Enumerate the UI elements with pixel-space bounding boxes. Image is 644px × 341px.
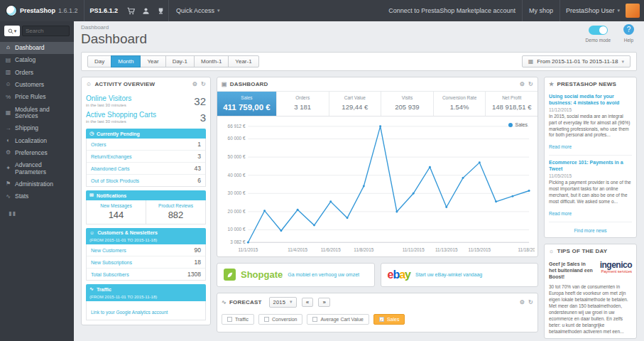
list-item[interactable]: Return/Exchanges 3	[87, 151, 205, 163]
filter-year-1-button[interactable]: Year-1	[228, 55, 258, 67]
kpi-value: 1.54%	[435, 103, 484, 111]
currently-pending-header[interactable]: ◷ Currently Pending	[86, 129, 206, 139]
kpi-net-profit[interactable]: Net Profit 148 918,51 €	[486, 92, 537, 116]
shop-name-link[interactable]: PS1.6.1.2	[84, 7, 124, 14]
news-item-title[interactable]: Using social media for your business: 4 …	[549, 93, 632, 106]
sidebar-item-modules[interactable]: ▦ Modules and Services	[0, 104, 74, 123]
ebay-promo[interactable]: ebay Start uw eBay-winkel vandaag	[381, 263, 539, 287]
help-label: Help	[623, 38, 634, 43]
user-menu[interactable]: PrestaShop User ▾	[560, 7, 626, 14]
badges-trophy-icon[interactable]	[153, 7, 168, 15]
forecast-chip-conversion[interactable]: Conversion	[258, 314, 302, 325]
filter-day-1-button[interactable]: Day-1	[165, 55, 195, 67]
kpi-visits[interactable]: Visits 205 939	[381, 92, 434, 116]
forecast-chip-average-cart-value[interactable]: Average Cart Value	[307, 314, 369, 325]
help-icon[interactable]: ?	[623, 24, 634, 35]
kpi-orders[interactable]: Orders 3 181	[277, 92, 329, 116]
shopgate-promo[interactable]: Shopgate Ga mobiel en verhoog uw omzet	[217, 263, 375, 287]
online-visitors-value: 32	[194, 95, 206, 107]
demo-mode-control: Demo mode	[586, 24, 611, 43]
kpi-value: 129,44 €	[331, 103, 380, 111]
sidebar-search: ▾	[4, 26, 70, 36]
customers-newsletters-header[interactable]: ☺ Customers & Newsletters (FROM 2015-11-…	[86, 228, 206, 244]
search-input[interactable]	[22, 26, 70, 36]
collapse-sidebar-button[interactable]: ▮▮	[0, 203, 74, 224]
demo-mode-toggle[interactable]	[589, 26, 608, 35]
sidebar-item-price-rules[interactable]: % Price Rules	[0, 91, 74, 103]
filter-month-button[interactable]: Month	[111, 55, 141, 67]
sidebar-item-localization[interactable]: ◐ Localization	[0, 135, 74, 147]
google-analytics-link[interactable]: Link to your Google Analytics account	[91, 310, 168, 315]
svg-text:11/15/2015: 11/15/2015	[469, 247, 491, 252]
sidebar-item-label: Orders	[15, 70, 33, 76]
news-item-title[interactable]: Ecommerce 101: Payments in a Tweet	[549, 159, 632, 172]
list-item[interactable]: Total Subscribers 1308	[87, 269, 205, 280]
user-avatar[interactable]	[626, 4, 640, 18]
kpi-cart-value[interactable]: Cart Value 129,44 €	[329, 92, 382, 116]
list-item[interactable]: New Customers 90	[87, 244, 205, 256]
sidebar-item-shipping[interactable]: → Shipping	[0, 122, 74, 134]
kpi-sales[interactable]: Sales 411 759,00 €	[217, 92, 277, 116]
refresh-icon[interactable]: ↻	[528, 299, 533, 305]
gear-icon[interactable]: ⚙	[520, 299, 525, 305]
read-more-link[interactable]: Read more	[549, 211, 572, 216]
sidebar-item-advanced-parameters[interactable]: ✦ Advanced Parameters	[0, 159, 74, 178]
sidebar-item-stats[interactable]: ∿ Stats	[0, 190, 74, 202]
news-item: Using social media for your business: 4 …	[549, 93, 632, 156]
chip-label: Average Cart Value	[320, 317, 363, 322]
search-type-button[interactable]: ▾	[4, 26, 20, 36]
pending-row-label: Return/Exchanges	[91, 154, 132, 159]
price-rules-icon: %	[5, 94, 11, 101]
find-more-news-link[interactable]: Find more news	[549, 226, 632, 234]
forecast-year-select[interactable]: 2015 ▾	[269, 297, 297, 308]
list-item[interactable]: Orders 1	[87, 139, 205, 151]
date-range-picker[interactable]: ▦ From 2015-11-01 To 2015-11-18 ▾	[522, 55, 631, 67]
notifications-header[interactable]: ✉ Notifications	[86, 190, 206, 200]
cart-icon[interactable]	[124, 7, 138, 15]
breadcrumb[interactable]: Dashboard	[81, 24, 637, 31]
product-reviews-cell[interactable]: Product Reviews 882	[146, 200, 205, 224]
kpi-value: 3 181	[278, 103, 327, 111]
stats-icon: ∿	[5, 194, 11, 200]
marketplace-connect-link[interactable]: Connect to PrestaShop Marketplace accoun…	[382, 7, 522, 14]
sidebar-item-preferences[interactable]: ⚙ Preferences	[0, 147, 74, 159]
news-panel-header: ★ PRESTASHOP NEWS	[545, 77, 636, 91]
online-visitors-metric[interactable]: Online Visitors in the last 30 minutes 3…	[86, 92, 206, 109]
sidebar-item-orders[interactable]: ▥ Orders	[0, 67, 74, 79]
forecast-next-button[interactable]: »	[318, 298, 330, 307]
shopgate-link[interactable]: Ga mobiel en verhoog uw omzet	[288, 272, 359, 278]
clock-icon: ◷	[89, 131, 94, 136]
sidebar-item-catalog[interactable]: ▤ Catalog	[0, 54, 74, 66]
customers-newsletters-title: Customers & Newsletters	[97, 230, 158, 235]
sidebar-item-dashboard[interactable]: ⌂ Dashboard	[0, 42, 74, 54]
tips-of-the-day-panel: ☼ TIPS OF THE DAY Geef je Sales in het b…	[544, 244, 637, 339]
shopgate-logo-text: Shopgate	[241, 269, 283, 280]
list-item[interactable]: New Subscriptions 18	[87, 256, 205, 269]
filter-day-button[interactable]: Day	[87, 55, 111, 67]
sidebar-item-customers[interactable]: ☺ Customers	[0, 79, 74, 91]
forecast-prev-button[interactable]: «	[302, 298, 314, 307]
list-item[interactable]: Out of Stock Products 6	[87, 175, 205, 186]
customer-profile-icon[interactable]	[138, 7, 153, 15]
new-messages-cell[interactable]: New Messages 144	[87, 200, 146, 224]
forecast-chip-traffic[interactable]: Traffic	[222, 314, 254, 325]
read-more-link[interactable]: Read more	[549, 144, 572, 149]
sidebar-item-administration[interactable]: ⚑ Administration	[0, 178, 74, 190]
filter-month-1-button[interactable]: Month-1	[194, 55, 229, 67]
prestashop-logo-icon[interactable]	[6, 5, 17, 16]
traffic-header[interactable]: ∿ Traffic (FROM 2015-11-01 TO 2015-11-18…	[86, 284, 206, 301]
kpi-conversion-rate[interactable]: Conversion Rate 1.54%	[434, 92, 486, 116]
refresh-icon[interactable]: ↻	[528, 81, 533, 87]
screen-icon: ▣	[222, 81, 227, 87]
refresh-icon[interactable]: ↻	[201, 81, 206, 87]
gear-icon[interactable]: ⚙	[520, 81, 525, 87]
chip-label: Sales	[387, 317, 400, 322]
quick-access-menu[interactable]: Quick Access ▾	[169, 7, 227, 14]
active-carts-metric[interactable]: Active Shopping Carts in the last 30 min…	[86, 109, 206, 125]
filter-year-button[interactable]: Year	[140, 55, 165, 67]
list-item[interactable]: Abandoned Carts 43	[87, 163, 205, 175]
my-shop-link[interactable]: My shop	[523, 7, 560, 14]
forecast-chip-sales[interactable]: ✓ Sales	[373, 314, 405, 325]
gear-icon[interactable]: ⚙	[192, 81, 197, 87]
ebay-link[interactable]: Start uw eBay-winkel vandaag	[415, 272, 482, 278]
